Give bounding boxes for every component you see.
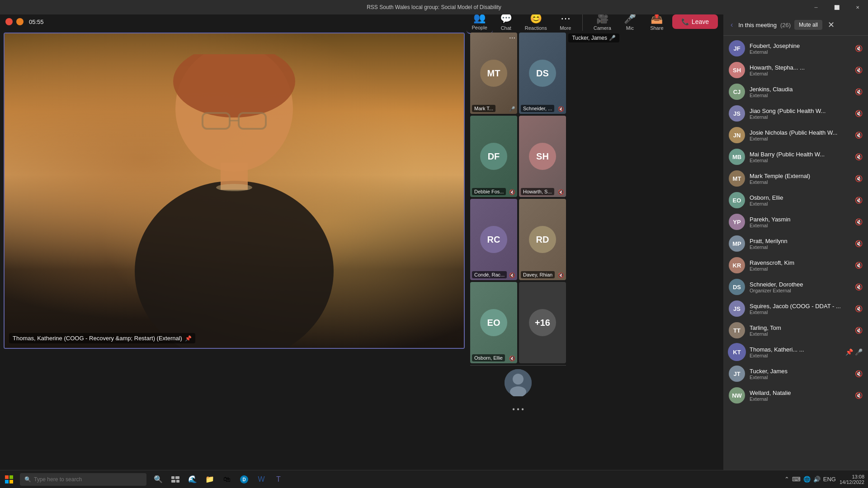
participant-item[interactable]: EOOsborn, EllieExternal🔇: [723, 189, 868, 211]
participant-role: External: [750, 114, 850, 120]
main-area: 05:55 👥 People 💬 Chat 😊 Reactions ⋯ Mor: [0, 14, 868, 470]
participant-item[interactable]: JTTucker, JamesExternal🔇: [723, 363, 868, 385]
thumb-name-rd: Davey, Rhian: [521, 271, 555, 278]
participant-role: External: [750, 179, 850, 185]
video-container: Thomas, Katherine (COOG - Recovery &amp;…: [0, 29, 723, 470]
svg-rect-17: [171, 480, 175, 483]
participant-item[interactable]: NWWellard, NatalieExternal🔇: [723, 385, 868, 406]
close-panel-button[interactable]: ✕: [826, 18, 836, 32]
participant-avatar: MT: [729, 170, 745, 187]
taskbar-time-text: 13:08: [840, 474, 864, 479]
svg-rect-16: [175, 476, 179, 479]
participant-avatar: JS: [729, 105, 745, 122]
participant-item[interactable]: MPPratt, MerilynnExternal🔇: [723, 233, 868, 254]
participant-mic-icon: 🔇: [855, 218, 863, 225]
participant-mic-icon: 🔇: [855, 262, 863, 269]
taskbar-search-box[interactable]: 🔍: [20, 473, 146, 486]
participant-item[interactable]: MBMai Barry (Public Health W...External🔇: [723, 146, 868, 168]
participant-name: Tarling, Tom: [750, 324, 850, 331]
participant-info: Osborn, EllieExternal: [750, 194, 850, 206]
panel-more-button[interactable]: • • •: [470, 402, 566, 417]
start-button[interactable]: [0, 470, 18, 488]
participant-item[interactable]: CJJenkins, ClaudiaExternal🔇: [723, 81, 868, 103]
svg-rect-14: [9, 480, 13, 483]
participant-item[interactable]: MTMark Temple (External)External🔇: [723, 168, 868, 189]
participant-avatar: EO: [729, 192, 745, 208]
taskbar-teams-button[interactable]: T: [270, 470, 287, 488]
more-options-mt[interactable]: ⋯: [509, 34, 515, 42]
participant-avatar: NW: [729, 387, 745, 404]
participant-name: Mai Barry (Public Health W...: [750, 151, 850, 158]
participant-role: External: [750, 158, 850, 163]
participant-item[interactable]: JNJosie Nicholas (Public Health W...Exte…: [723, 124, 868, 146]
taskbar-network-icon[interactable]: 🌐: [803, 476, 811, 483]
participant-name: Ravenscroft, Kim: [750, 259, 850, 266]
participant-item[interactable]: YPParekh, YasminExternal🔇: [723, 211, 868, 233]
svg-rect-18: [176, 480, 179, 483]
participant-role: External: [750, 244, 850, 250]
close-button[interactable]: ✕: [847, 0, 868, 14]
avatar-eo: EO: [480, 309, 507, 336]
taskbar-keyboard-icon[interactable]: ⌨: [792, 476, 801, 483]
mute-all-button[interactable]: Mute all: [794, 20, 822, 30]
thumbnail-mt[interactable]: MT Mark T... ⋯ 🎤: [470, 33, 517, 114]
participant-avatar: JN: [729, 127, 745, 143]
taskbar-search-button[interactable]: 🔍: [150, 470, 166, 488]
thumbnail-rd[interactable]: RD Davey, Rhian 🔇: [519, 199, 566, 280]
taskbar-chevron-icon[interactable]: ⌃: [784, 476, 789, 483]
leave-button[interactable]: 📞 Leave: [672, 14, 718, 29]
participant-mic-icon: 🔇: [855, 327, 863, 334]
participant-info: Squires, Jacob (COOG - DDAT - ...Externa…: [750, 303, 850, 315]
participant-item[interactable]: TTTarling, TomExternal🔇: [723, 319, 868, 341]
participant-avatar: MB: [729, 149, 745, 165]
taskbar-volume-icon[interactable]: 🔊: [813, 476, 821, 483]
red-dot-button[interactable]: [5, 18, 13, 25]
thumb-name-ds: Schneider, ...: [521, 105, 554, 112]
taskbar-store-button[interactable]: 🛍: [219, 470, 235, 488]
maximize-button[interactable]: ⬜: [826, 0, 847, 14]
mic-ds: 🔇: [558, 106, 564, 112]
thumb-name-df: Debbie Fos...: [472, 188, 506, 195]
participant-item[interactable]: JSJiao Song (Public Health W...External🔇: [723, 103, 868, 124]
taskbar-dell-button[interactable]: D: [236, 470, 252, 488]
participant-mic-icon: 🔇: [855, 197, 863, 204]
participant-avatar: KT: [729, 344, 745, 360]
avatar-sh: SH: [529, 143, 556, 170]
active-speaker-name: Tucker, James: [572, 35, 607, 41]
orange-dot-button[interactable]: [16, 18, 24, 25]
participant-info: Wellard, NatalieExternal: [750, 389, 850, 402]
participant-role: External: [750, 49, 850, 55]
participant-item[interactable]: KRRavenscroft, KimExternal🔇: [723, 254, 868, 276]
participant-item[interactable]: DSSchneider, DorotheeOrganizer External🔇: [723, 276, 868, 298]
taskbar-word-button[interactable]: W: [253, 470, 269, 488]
minimize-button[interactable]: ─: [806, 0, 826, 14]
participant-info: Thomas, Katheri... ...External: [750, 346, 841, 358]
participant-name: Schneider, Dorothee: [750, 281, 850, 288]
participant-info: Tucker, JamesExternal: [750, 368, 850, 380]
search-input[interactable]: [34, 476, 142, 483]
thumbnail-sh[interactable]: SH Howarth, S... 🔇: [519, 116, 566, 197]
thumbnail-df[interactable]: DF Debbie Fos... 🔇: [470, 116, 517, 197]
participant-item[interactable]: JFFoubert, JosephineExternal🔇: [723, 38, 868, 59]
thumbnail-more[interactable]: +16: [519, 282, 566, 363]
thumbnail-rc[interactable]: RC Condé, Rac... 🔇: [470, 199, 517, 280]
taskbar-explorer-button[interactable]: 📁: [202, 470, 218, 488]
participant-role: External: [750, 331, 850, 337]
thumbnail-eo[interactable]: EO Osborn, Ellie 🔇: [470, 282, 517, 363]
participant-role: External: [750, 201, 850, 206]
taskbar-edge-button[interactable]: 🌊: [184, 470, 201, 488]
participant-name: Howarth, Stepha... ...: [750, 64, 850, 71]
thumbnail-ds[interactable]: DS Schneider, ... 🔇: [519, 33, 566, 114]
participant-item[interactable]: SHHowarth, Stepha... ...External🔇: [723, 59, 868, 81]
taskbar-lang-label: ENG: [823, 476, 836, 483]
speaker-video: [99, 54, 370, 348]
participant-item[interactable]: JSSquires, Jacob (COOG - DDAT - ...Exter…: [723, 298, 868, 319]
panel-back-button[interactable]: ‹: [729, 19, 735, 31]
participant-avatar: CJ: [729, 84, 745, 100]
participant-item[interactable]: KTThomas, Katheri... ...External📌🎤: [723, 341, 868, 363]
taskbar: 🔍 🔍 🌊 📁 🛍: [0, 470, 868, 488]
self-avatar-row: [474, 369, 562, 396]
participant-avatar: JF: [729, 40, 745, 56]
taskbar-taskview-button[interactable]: [167, 470, 184, 488]
svg-rect-13: [5, 480, 9, 483]
